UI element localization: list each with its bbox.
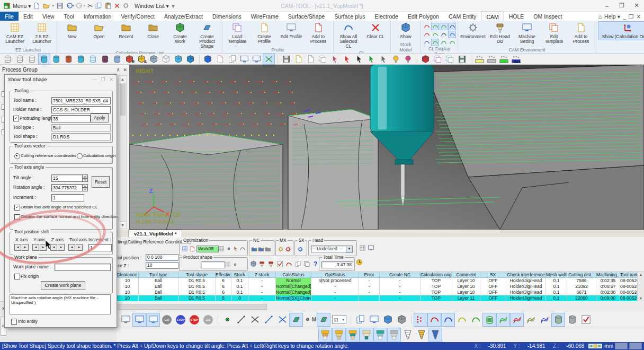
frame-icon[interactable] — [218, 245, 225, 252]
cut-icon[interactable]: ✂ — [87, 2, 93, 10]
menu-item-hole[interactable]: HOLE — [504, 12, 529, 21]
cl-curve-red-icon[interactable] — [427, 313, 441, 327]
edit-head-db-button[interactable]: Edit Head DB — [487, 21, 513, 45]
page-flip-icon[interactable] — [305, 54, 317, 65]
dock-window-icon[interactable] — [119, 313, 132, 327]
circle-m-icon[interactable]: M — [303, 313, 317, 327]
dropdown-arrow-icon[interactable]: ▼ — [342, 318, 345, 321]
rotation-angle-field[interactable]: 304.775372 — [51, 184, 84, 191]
initial-position-field[interactable]: 0 0 100 — [146, 254, 178, 261]
copy-views-icon[interactable] — [226, 54, 238, 65]
texture-box-icon[interactable] — [148, 54, 160, 65]
gem-icon[interactable] — [250, 260, 257, 267]
open-file-icon[interactable]: ▾ — [42, 2, 53, 10]
x-axis-shift-spinner[interactable]: ◄► — [14, 244, 29, 251]
product-eye-icon[interactable] — [231, 261, 238, 268]
list-copy-icon[interactable] — [432, 54, 444, 65]
create-product-shape-button[interactable]: Create Product Shape — [194, 21, 220, 50]
tool-teal-small-icon[interactable] — [373, 328, 387, 342]
table-row[interactable]: 10BallD1 R0.560.1-Normal[Changed]---TOPL… — [117, 284, 644, 290]
nc-folder3-icon[interactable] — [264, 246, 271, 252]
z-axis-shift-spinner[interactable]: ◄► — [50, 244, 65, 251]
cl-wave-red-icon[interactable] — [510, 313, 524, 327]
stop-blue-badge[interactable]: STOP — [174, 313, 187, 327]
menu-item-file[interactable]: File — [0, 12, 19, 21]
menu-item-edit[interactable]: Edit — [19, 12, 38, 21]
cylinder-green-icon[interactable] — [551, 313, 565, 327]
monitor-redo-icon[interactable] — [251, 54, 263, 65]
new-button[interactable]: New — [59, 21, 85, 40]
level-dropdown[interactable]: 11▼ — [332, 315, 346, 324]
cylinder-shaded-icon[interactable] — [50, 54, 62, 65]
head-panel-icon[interactable] — [368, 244, 374, 251]
cylinder-top-red-icon[interactable] — [62, 54, 75, 65]
cursor-red-icon[interactable] — [341, 54, 353, 65]
product-pick-icon[interactable] — [224, 261, 231, 268]
cl-wave-green-icon[interactable] — [496, 313, 510, 327]
cl-points-icon[interactable] — [414, 313, 427, 327]
axis-cross-icon[interactable] — [275, 313, 289, 327]
create-work-plane-button[interactable]: Create work plane — [41, 281, 85, 290]
restore-button[interactable]: ❐ — [614, 1, 629, 11]
tool-check-red2-icon[interactable] — [267, 260, 274, 267]
home-icon[interactable]: ⌂ — [598, 13, 602, 20]
show-stock-model-button[interactable]: Show — [392, 21, 419, 40]
process-panel-scrollbar[interactable]: ▲ ▼ — [119, 75, 127, 229]
dialog-titlebar[interactable]: Show Tool Shape — ❐ ✕ — [5, 75, 117, 84]
paste-icon[interactable] — [104, 2, 112, 10]
delete-icon[interactable] — [114, 3, 120, 9]
col-header-cutting-dist-[interactable]: Cutting dist... — [567, 272, 596, 278]
col-header-machining-[interactable]: Machining... — [596, 272, 620, 278]
menu-item-analyze-extract[interactable]: Analyze/Extract — [159, 12, 208, 21]
col-header-clearance-z[interactable]: Clearance Z — [117, 272, 139, 278]
viewport-canvas[interactable]: Z X RIGHT Active Plane:TOP H:198.7 V:62.… — [129, 65, 644, 230]
dialog-close-icon[interactable]: ✕ — [109, 77, 113, 82]
cl-l-icon[interactable] — [423, 31, 431, 38]
head-select[interactable]: -- Undefined -- — [311, 246, 348, 252]
col-header-5x[interactable]: 5X — [480, 272, 506, 278]
pin-icon[interactable]: ⊼ — [117, 67, 120, 73]
doc-close-button[interactable]: ✕ — [636, 13, 641, 20]
cl-u-icon[interactable] — [448, 31, 456, 38]
menu-item-surface-plus[interactable]: Surface plus — [329, 12, 370, 21]
box-face-icon[interactable] — [172, 54, 184, 65]
copy-icon[interactable] — [95, 2, 102, 10]
server-list-icon[interactable] — [303, 260, 310, 267]
cl-h-icon[interactable] — [423, 23, 431, 30]
col-header-error[interactable]: Error — [359, 272, 380, 278]
dialog-minimize-icon[interactable]: — — [92, 77, 96, 82]
work-plane-name-field[interactable] — [55, 264, 111, 271]
settings-gear-icon[interactable] — [122, 2, 129, 9]
rotation-angle-spinner[interactable]: ▲▼ — [82, 184, 88, 190]
cursor-spark-icon[interactable] — [378, 54, 390, 65]
close-button[interactable]: Close — [140, 21, 166, 40]
nc-folder2-icon[interactable] — [257, 246, 264, 252]
check-board-icon[interactable] — [276, 260, 283, 267]
table-scrollbar[interactable]: ▲▼ — [637, 272, 644, 301]
holder-name-field[interactable]: CGS-SL-HOLDER — [51, 106, 111, 113]
cross-lines-icon[interactable] — [248, 313, 262, 327]
shift-increment-field[interactable]: 1 — [88, 244, 112, 251]
apply-button[interactable]: Apply — [91, 113, 109, 122]
help-menu[interactable]: Help ▾ — [604, 13, 620, 20]
swatch-gray-icon[interactable] — [486, 54, 498, 65]
cone-wire-icon[interactable] — [401, 328, 415, 342]
list-blue-icon[interactable] — [367, 313, 381, 327]
col-header-mesh-width[interactable]: Mesh width — [546, 272, 567, 278]
dialog-restore-icon[interactable]: ❐ — [101, 77, 105, 82]
film-strip-icon[interactable] — [456, 54, 468, 65]
work-field[interactable]: Work05 — [196, 246, 219, 252]
machine-setting-button[interactable]: Machine Setting — [514, 21, 540, 45]
menu-item-cam[interactable]: CAM — [481, 12, 504, 21]
create-work-button[interactable]: Create Work — [167, 21, 193, 45]
info-speaker-icon[interactable] — [402, 54, 414, 65]
cursor-outline-icon[interactable] — [329, 54, 341, 65]
add-to-process-button[interactable]: Add to Process — [305, 21, 332, 45]
cubes-gray-icon[interactable] — [395, 313, 408, 327]
cl-m-icon[interactable] — [440, 31, 448, 38]
edit-profile-button[interactable]: Edit Profile — [278, 21, 305, 40]
fit-view-icon[interactable] — [263, 54, 275, 65]
table-hscroll-area[interactable] — [117, 301, 644, 313]
menu-item-dimensions[interactable]: Dimensions — [208, 12, 246, 21]
cylinder-half-icon[interactable] — [87, 54, 99, 65]
